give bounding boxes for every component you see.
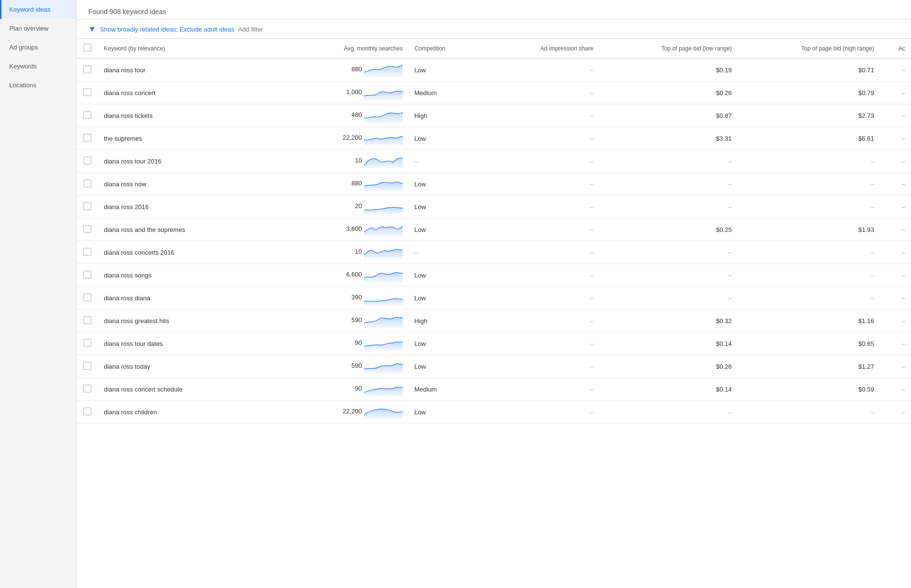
row-checkbox[interactable]	[83, 202, 91, 210]
keyword-cell: diana ross tour 2016	[98, 150, 262, 173]
row-checkbox-cell	[77, 196, 98, 218]
impression-share-cell: –	[490, 82, 599, 104]
row-checkbox-cell	[77, 150, 98, 173]
row-checkbox[interactable]	[83, 385, 91, 392]
row-checkbox[interactable]	[83, 362, 91, 370]
table-row: diana ross concerts 201610–––––	[77, 241, 911, 264]
keyword-cell: diana ross diana	[98, 287, 262, 310]
bid-low-cell: –	[599, 150, 738, 173]
keyword-cell: diana ross and the supremes	[98, 218, 262, 241]
sparkline-icon	[364, 154, 403, 168]
ac-cell: –	[880, 310, 911, 332]
sidebar-item-keyword-ideas[interactable]: Keyword ideas	[0, 0, 76, 19]
avg-searches-cell: 480	[262, 104, 409, 127]
row-checkbox[interactable]	[83, 271, 91, 278]
avg-searches-cell: 22,200	[262, 127, 409, 150]
col-bid-high[interactable]: Top of page bid (high range)	[738, 39, 880, 58]
row-checkbox[interactable]	[83, 111, 91, 119]
ac-cell: –	[880, 196, 911, 218]
bid-low-cell: $0.26	[599, 82, 738, 104]
filter-bar: ▼ Show broadly related ideas; Exclude ad…	[77, 20, 911, 39]
row-checkbox[interactable]	[83, 134, 91, 142]
ac-cell: –	[880, 401, 911, 424]
filter-links[interactable]: Show broadly related ideas; Exclude adul…	[100, 26, 234, 33]
keyword-cell: diana ross 2016	[98, 196, 262, 218]
sparkline-icon	[364, 63, 403, 77]
row-checkbox[interactable]	[83, 180, 91, 187]
sidebar-item-ad-groups[interactable]: Ad groups	[0, 38, 76, 57]
competition-cell: Low	[409, 173, 490, 196]
competition-cell: Low	[409, 218, 490, 241]
row-checkbox-cell	[77, 310, 98, 332]
search-number: 390	[343, 294, 362, 301]
col-keyword[interactable]: Keyword (by relevance)	[98, 39, 262, 58]
ac-cell: –	[880, 127, 911, 150]
impression-share-cell: –	[490, 127, 599, 150]
col-competition[interactable]: Competition	[409, 39, 490, 58]
row-checkbox[interactable]	[83, 225, 91, 233]
row-checkbox-cell	[77, 355, 98, 378]
select-all-checkbox[interactable]	[83, 44, 91, 51]
row-checkbox[interactable]	[83, 65, 91, 73]
col-avg-searches[interactable]: Avg. monthly searches	[262, 39, 409, 58]
sidebar-item-keywords[interactable]: Keywords	[0, 57, 76, 76]
search-number: 90	[343, 339, 362, 346]
keyword-cell: diana ross children	[98, 401, 262, 424]
table-row: diana ross greatest hits590High–$0.32$1.…	[77, 310, 911, 332]
col-bid-low[interactable]: Top of page bid (low range)	[599, 39, 738, 58]
bid-high-cell: $0.71	[738, 58, 880, 82]
competition-cell: Low	[409, 355, 490, 378]
bid-low-cell: $0.19	[599, 58, 738, 82]
sparkline-icon	[364, 382, 403, 396]
row-checkbox[interactable]	[83, 316, 91, 324]
table-row: diana ross concert1,000Medium–$0.26$0.79…	[77, 82, 911, 104]
bid-low-cell: –	[599, 264, 738, 287]
ac-cell: –	[880, 218, 911, 241]
table-row: diana ross diana390Low––––	[77, 287, 911, 310]
sidebar: Keyword ideas Plan overview Ad groups Ke…	[0, 0, 77, 588]
select-all-header[interactable]	[77, 39, 98, 58]
search-number: 20	[343, 202, 362, 210]
bid-high-cell: –	[738, 173, 880, 196]
sparkline-icon	[364, 108, 403, 123]
row-checkbox[interactable]	[83, 248, 91, 256]
main-content: Found 908 keyword ideas ▼ Show broadly r…	[77, 0, 911, 588]
impression-share-cell: –	[490, 196, 599, 218]
table-row: diana ross songs6,600Low––––	[77, 264, 911, 287]
row-checkbox[interactable]	[83, 408, 91, 415]
add-filter-button[interactable]: Add filter	[238, 26, 263, 33]
avg-searches-cell: 1,000	[262, 82, 409, 104]
table-row: diana ross now880Low––––	[77, 173, 911, 196]
avg-searches-cell: 390	[262, 287, 409, 310]
ac-cell: –	[880, 264, 911, 287]
sidebar-item-locations[interactable]: Locations	[0, 76, 76, 95]
row-checkbox[interactable]	[83, 157, 91, 164]
col-impression-share[interactable]: Ad impression share	[490, 39, 599, 58]
avg-searches-cell: 6,600	[262, 264, 409, 287]
ac-cell: –	[880, 287, 911, 310]
search-number: 3,600	[343, 225, 362, 232]
bid-low-cell: –	[599, 401, 738, 424]
sidebar-item-plan-overview[interactable]: Plan overview	[0, 19, 76, 38]
avg-searches-cell: 880	[262, 58, 409, 82]
row-checkbox[interactable]	[83, 294, 91, 301]
ac-cell: –	[880, 355, 911, 378]
avg-searches-cell: 20	[262, 196, 409, 218]
keyword-cell: diana ross tour dates	[98, 332, 262, 355]
bid-high-cell: $1.16	[738, 310, 880, 332]
sparkline-icon	[364, 245, 403, 260]
ac-cell: –	[880, 150, 911, 173]
col-ac[interactable]: Ac	[880, 39, 911, 58]
row-checkbox-cell	[77, 401, 98, 424]
row-checkbox[interactable]	[83, 339, 91, 347]
table-row: diana ross today590Low–$0.26$1.27–	[77, 355, 911, 378]
table-header-row: Keyword (by relevance) Avg. monthly sear…	[77, 39, 911, 58]
row-checkbox-cell	[77, 104, 98, 127]
row-checkbox[interactable]	[83, 88, 91, 96]
search-number: 480	[343, 111, 362, 118]
bid-high-cell: $2.73	[738, 104, 880, 127]
bid-high-cell: –	[738, 150, 880, 173]
avg-searches-cell: 10	[262, 150, 409, 173]
keyword-cell: the supremes	[98, 127, 262, 150]
row-checkbox-cell	[77, 332, 98, 355]
